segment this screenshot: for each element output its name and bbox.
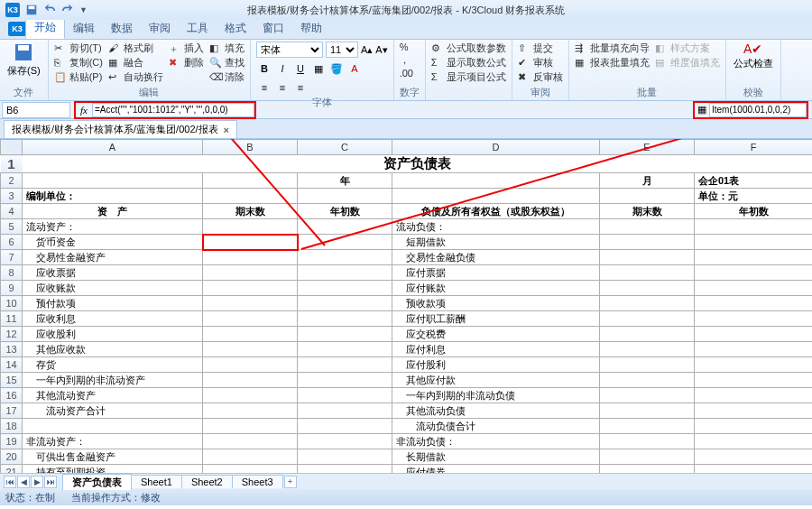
cell[interactable]: 短期借款 (392, 235, 600, 250)
cell[interactable]: 月 (600, 173, 695, 189)
cell[interactable] (298, 189, 392, 204)
cell[interactable]: 应收利息 (23, 311, 203, 327)
cell[interactable] (298, 419, 392, 434)
row-header[interactable]: 16 (1, 388, 23, 403)
cell[interactable] (695, 419, 813, 434)
row-header[interactable]: 18 (1, 419, 23, 434)
cell[interactable] (203, 373, 298, 388)
cell[interactable] (298, 219, 392, 235)
redo-icon[interactable] (61, 4, 74, 16)
cell[interactable] (298, 296, 392, 311)
row-header[interactable]: 10 (1, 296, 23, 311)
cell[interactable] (695, 357, 813, 373)
cell[interactable] (695, 250, 813, 265)
cell[interactable] (298, 434, 392, 449)
unapprove-button[interactable]: ✖反审核 (518, 70, 563, 84)
cell[interactable]: 一年内到期的非流动资产 (23, 373, 203, 388)
cell[interactable] (600, 357, 695, 373)
bold-button[interactable]: B (256, 60, 272, 77)
cell[interactable] (298, 388, 392, 403)
cell[interactable] (600, 296, 695, 311)
align-left-icon[interactable]: ≡ (256, 79, 272, 96)
cell[interactable]: 应收股利 (23, 327, 203, 342)
cell[interactable] (695, 373, 813, 388)
cell[interactable] (695, 388, 813, 403)
cell[interactable] (695, 403, 813, 419)
copy-button[interactable]: ⎘复制(C) (54, 56, 103, 69)
cell[interactable] (695, 296, 813, 311)
cell[interactable] (203, 281, 298, 296)
row-header[interactable]: 20 (1, 449, 23, 465)
row-header[interactable]: 1 (1, 155, 23, 173)
fx-check-button[interactable]: A✔ 公式检查 (732, 42, 775, 70)
cell[interactable] (600, 403, 695, 419)
cell[interactable]: 应付票据 (392, 265, 600, 281)
cell[interactable] (203, 419, 298, 434)
cell[interactable] (203, 357, 298, 373)
tab-window[interactable]: 窗口 (254, 18, 292, 39)
cell[interactable] (600, 373, 695, 388)
cell[interactable]: 应付利息 (392, 342, 600, 357)
paste-button[interactable]: 📋粘贴(P) (54, 70, 103, 84)
cell[interactable]: 流动资产合计 (23, 403, 203, 419)
cell[interactable] (600, 311, 695, 327)
cell[interactable]: 应付债券 (392, 465, 600, 474)
cell[interactable] (600, 465, 695, 474)
cell[interactable]: 货币资金 (23, 235, 203, 250)
cell[interactable] (600, 281, 695, 296)
sheet-tab[interactable]: Sheet3 (232, 475, 283, 488)
sheet-tab[interactable]: Sheet1 (131, 475, 182, 488)
find-button[interactable]: 🔍查找 (209, 56, 245, 69)
cell[interactable] (600, 219, 695, 235)
tab-format[interactable]: 格式 (217, 18, 254, 39)
show-fx-button[interactable]: Σ显示取数公式 (431, 56, 506, 69)
cut-button[interactable]: ✂剪切(T) (54, 42, 103, 55)
col-header[interactable]: D (392, 140, 600, 155)
cell[interactable] (600, 235, 695, 250)
cell[interactable]: 单位：元 (695, 189, 813, 204)
fill-color-button[interactable]: 🪣 (328, 60, 345, 77)
cell[interactable] (298, 281, 392, 296)
cell[interactable]: 年初数 (298, 204, 392, 219)
col-header[interactable]: F (695, 140, 813, 155)
decimal-button[interactable]: .00 (400, 68, 413, 79)
cell[interactable]: 非流动负债： (392, 434, 600, 449)
cell[interactable] (600, 250, 695, 265)
row-header[interactable]: 6 (1, 235, 23, 250)
cell[interactable]: 长期借款 (392, 449, 600, 465)
border-button[interactable]: ▦ (310, 60, 327, 77)
cell[interactable]: 存货 (23, 357, 203, 373)
cell[interactable] (203, 311, 298, 327)
cell[interactable]: 资 产 (23, 204, 203, 219)
cell[interactable] (298, 265, 392, 281)
cell[interactable] (600, 342, 695, 357)
cell[interactable] (695, 449, 813, 465)
cell[interactable] (695, 465, 813, 474)
col-header[interactable]: E (600, 140, 695, 155)
cell[interactable]: 交易性金融负债 (392, 250, 600, 265)
cell[interactable] (600, 327, 695, 342)
row-header[interactable]: 11 (1, 311, 23, 327)
cell[interactable] (203, 296, 298, 311)
decrease-font-icon[interactable]: A▾ (375, 44, 387, 56)
cell[interactable] (203, 449, 298, 465)
align-right-icon[interactable]: ≡ (292, 79, 309, 96)
cell[interactable]: 期末数 (600, 204, 695, 219)
cell[interactable]: 一年内到期的非流动负债 (392, 388, 600, 403)
fill-button[interactable]: ◧填充 (209, 42, 245, 55)
submit-button[interactable]: ⇧提交 (518, 42, 563, 55)
font-name-select[interactable]: 宋体 (256, 42, 323, 58)
cell[interactable]: 流动负债合计 (392, 419, 600, 434)
close-icon[interactable]: × (224, 125, 229, 135)
cell[interactable] (298, 403, 392, 419)
comma-button[interactable]: ， (400, 53, 413, 67)
cell[interactable]: 预付款项 (23, 296, 203, 311)
item-icon[interactable]: ▦ (695, 103, 709, 117)
nav-last-icon[interactable]: ⏭ (44, 476, 57, 488)
cell[interactable]: 应付账款 (392, 281, 600, 296)
cell[interactable] (695, 281, 813, 296)
row-header[interactable]: 8 (1, 265, 23, 281)
cell[interactable] (600, 419, 695, 434)
cell[interactable]: 其他应付款 (392, 373, 600, 388)
cell[interactable]: 流动资产： (23, 219, 203, 235)
